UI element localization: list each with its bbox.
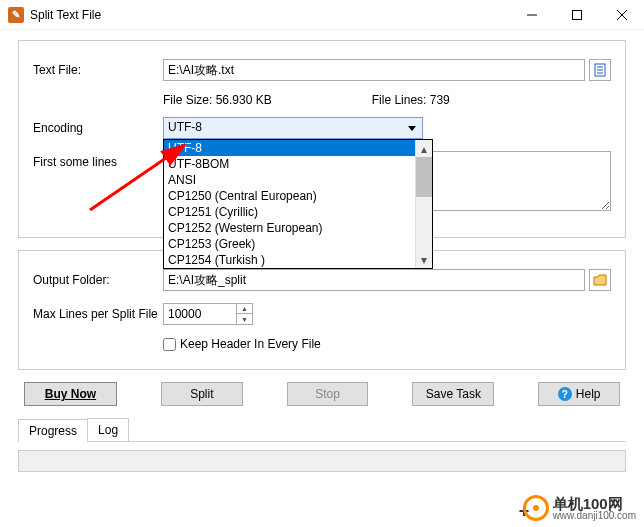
window-title: Split Text File <box>30 8 509 22</box>
svg-rect-1 <box>572 10 581 19</box>
watermark-name: 单机100网 <box>553 496 636 511</box>
help-button[interactable]: ? Help <box>538 382 620 406</box>
file-size-info: File Size: 56.930 KB <box>163 93 272 107</box>
spinner-down-icon[interactable]: ▼ <box>237 314 252 324</box>
output-folder-label: Output Folder: <box>33 273 163 287</box>
save-task-button[interactable]: Save Task <box>412 382 494 406</box>
encoding-selected: UTF-8 <box>168 120 202 134</box>
close-button[interactable] <box>599 0 644 29</box>
encoding-option[interactable]: ANSI <box>164 172 432 188</box>
max-lines-label: Max Lines per Split File <box>33 307 163 321</box>
split-button[interactable]: Split <box>161 382 243 406</box>
spinner-up-icon[interactable]: ▲ <box>237 304 252 314</box>
output-folder-input[interactable] <box>163 269 585 291</box>
tabs: Progress Log <box>18 418 626 442</box>
titlebar: ✎ Split Text File <box>0 0 644 30</box>
scroll-up-icon[interactable]: ▴ <box>416 140 432 157</box>
file-lines-info: File Lines: 739 <box>372 93 450 107</box>
folder-icon <box>593 274 607 286</box>
encoding-option[interactable]: UTF-8 <box>164 140 432 156</box>
keep-header-checkbox[interactable] <box>163 338 176 351</box>
tab-log[interactable]: Log <box>87 418 129 441</box>
maximize-button[interactable] <box>554 0 599 29</box>
minimize-button[interactable] <box>509 0 554 29</box>
document-icon <box>593 63 607 77</box>
encoding-combobox[interactable]: UTF-8 <box>163 117 423 139</box>
app-icon: ✎ <box>8 7 24 23</box>
help-icon: ? <box>558 387 572 401</box>
encoding-dropdown: UTF-8 UTF-8BOM ANSI CP1250 (Central Euro… <box>163 139 433 269</box>
stop-button[interactable]: Stop <box>287 382 369 406</box>
input-panel: Text File: File Size: 56.930 KB File Lin… <box>18 40 626 238</box>
browse-text-file-button[interactable] <box>589 59 611 81</box>
buy-now-button[interactable]: Buy Now <box>24 382 117 406</box>
scroll-down-icon[interactable]: ▾ <box>416 251 432 268</box>
browse-output-folder-button[interactable] <box>589 269 611 291</box>
encoding-option[interactable]: CP1253 (Greek) <box>164 236 432 252</box>
encoding-option[interactable]: CP1254 (Turkish ) <box>164 252 432 268</box>
first-lines-label: First some lines <box>33 151 163 169</box>
encoding-option[interactable]: UTF-8BOM <box>164 156 432 172</box>
encoding-option[interactable]: CP1251 (Cyrillic) <box>164 204 432 220</box>
max-lines-input[interactable] <box>164 305 224 323</box>
encoding-option[interactable]: CP1250 (Central European) <box>164 188 432 204</box>
text-file-input[interactable] <box>163 59 585 81</box>
encoding-label: Encoding <box>33 121 163 135</box>
keep-header-label: Keep Header In Every File <box>180 337 321 351</box>
text-file-label: Text File: <box>33 63 163 77</box>
watermark-url: www.danji100.com <box>553 511 636 521</box>
max-lines-spinner[interactable]: ▲ ▼ <box>163 303 253 325</box>
dropdown-scrollbar[interactable]: ▴ ▾ <box>415 140 432 268</box>
scroll-thumb[interactable] <box>416 157 432 197</box>
watermark: + 单机100网 www.danji100.com <box>519 493 636 523</box>
progress-bar <box>18 450 626 472</box>
encoding-option[interactable]: CP1252 (Western European) <box>164 220 432 236</box>
tab-progress[interactable]: Progress <box>18 419 88 442</box>
watermark-logo-icon: + <box>519 493 549 523</box>
